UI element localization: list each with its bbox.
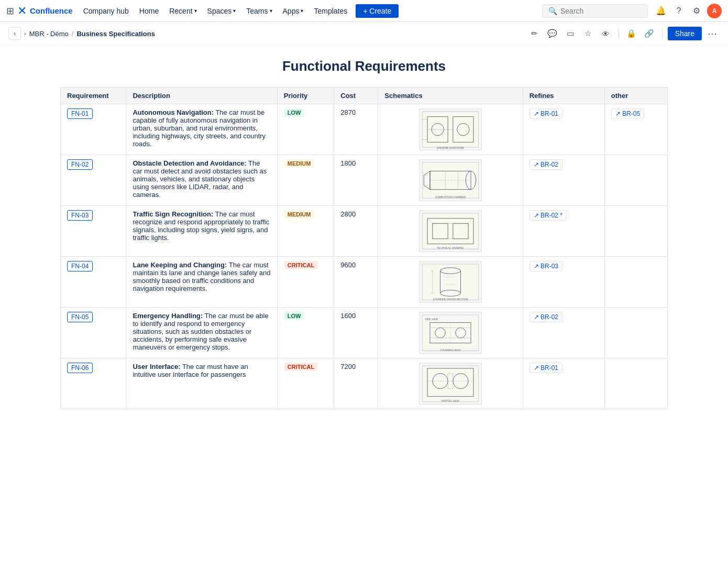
description-cell: Autonomous Navigation: The car must be c…: [126, 104, 277, 155]
req-cell: FN-03: [61, 206, 126, 257]
settings-button[interactable]: ⚙: [689, 4, 704, 18]
create-button[interactable]: + Create: [356, 4, 399, 18]
nav-company-hub[interactable]: Company hub: [79, 5, 133, 17]
table-row: FN-02Obstacle Detection and Avoidance: T…: [61, 155, 668, 206]
refines-link[interactable]: ↗ BR-02: [530, 159, 562, 170]
more-actions-button[interactable]: ⋯: [705, 26, 720, 41]
help-button[interactable]: ?: [671, 4, 686, 18]
priority-badge: LOW: [284, 108, 305, 117]
nav-spaces[interactable]: Spaces ▾: [203, 5, 240, 17]
cost-cell: 9600: [334, 257, 378, 308]
share-button[interactable]: Share: [668, 27, 702, 40]
priority-cell: MEDIUM: [277, 206, 334, 257]
req-cell: FN-04: [61, 257, 126, 308]
requirements-table: Requirement Description Priority Cost Sc…: [60, 87, 668, 409]
main-content: Functional Requirements Requirement Desc…: [39, 46, 689, 430]
breadcrumb-space[interactable]: MBR - Démo: [29, 30, 69, 38]
requirement-badge[interactable]: FN-01: [67, 108, 93, 119]
schematic-diagram[interactable]: ENGINE DIAGRAM: [419, 108, 482, 150]
description-cell: User Interface: The car must have an int…: [126, 358, 277, 409]
comment-button[interactable]: 💬: [545, 26, 560, 41]
svg-text:SIDE VIEW: SIDE VIEW: [425, 318, 438, 321]
search-input[interactable]: [560, 7, 642, 15]
description-cell: Obstacle Detection and Avoidance: The ca…: [126, 155, 277, 206]
lock-button[interactable]: 🔒: [624, 26, 639, 41]
refines-cell: ↗ BR-01: [523, 104, 604, 155]
req-cell: FN-02: [61, 155, 126, 206]
table-row: FN-06User Interface: The car must have a…: [61, 358, 668, 409]
priority-cell: CRITICAL: [277, 257, 334, 308]
breadcrumb-expand[interactable]: ›: [24, 30, 26, 37]
cost-cell: 1800: [334, 155, 378, 206]
nav-home[interactable]: Home: [135, 5, 163, 17]
avatar[interactable]: A: [707, 4, 722, 18]
nav-templates[interactable]: Templates: [310, 5, 351, 17]
table-row: FN-05Emergency Handling: The car must be…: [61, 308, 668, 358]
requirement-badge[interactable]: FN-04: [67, 261, 93, 271]
schematic-diagram[interactable]: CYLINDER CROSS-SECTION: [419, 261, 482, 303]
copy-link-button[interactable]: 🔗: [642, 26, 657, 41]
description-cell: Traffic Sign Recognition: The car must r…: [126, 206, 277, 257]
star-button[interactable]: ☆: [581, 26, 595, 41]
priority-badge: CRITICAL: [284, 363, 318, 371]
cost-cell: 2870: [334, 104, 378, 155]
confluence-x-icon: ✕: [17, 4, 27, 18]
topnav: ⊞ ✕ Confluence Company hub Home Recent ▾…: [0, 0, 728, 22]
search-icon: 🔍: [548, 7, 557, 15]
refines-link[interactable]: ↗ BR-02: [530, 312, 562, 322]
refines-cell: ↗ BR-03: [523, 257, 604, 308]
sidebar-toggle[interactable]: ‹: [8, 27, 21, 40]
notifications-button[interactable]: 🔔: [654, 4, 668, 18]
desc-title: Autonomous Navigation:: [133, 108, 214, 116]
schematics-cell: SIDE VIEW CYLINDER HEAD: [378, 308, 523, 358]
schematic-diagram[interactable]: SIDE VIEW CYLINDER HEAD: [419, 312, 482, 354]
cost-cell: 7200: [334, 358, 378, 409]
refines-link[interactable]: ↗ BR-01: [530, 108, 562, 119]
edit-button[interactable]: ✏: [527, 26, 542, 41]
chevron-down-icon: ▾: [301, 8, 303, 14]
col-header-priority: Priority: [277, 88, 334, 104]
schematic-diagram[interactable]: COMBUSTION CHAMBER: [419, 159, 482, 201]
col-header-description: Description: [126, 88, 277, 104]
other-link[interactable]: ↗ BR-05: [611, 108, 644, 119]
schematics-cell: PARTIAL VIEW: [378, 358, 523, 409]
requirement-badge[interactable]: FN-03: [67, 210, 93, 221]
priority-badge: MEDIUM: [284, 210, 315, 219]
svg-text:CYLINDER CROSS-SECTION: CYLINDER CROSS-SECTION: [433, 298, 468, 301]
priority-badge: CRITICAL: [284, 261, 318, 269]
refines-link[interactable]: ↗ BR-02 *: [530, 210, 567, 221]
other-cell: [604, 206, 667, 257]
schematic-diagram[interactable]: TECHNICAL DRAWING: [419, 210, 482, 252]
other-cell: [604, 155, 667, 206]
table-body: FN-01Autonomous Navigation: The car must…: [61, 104, 668, 409]
svg-text:CYLINDER HEAD: CYLINDER HEAD: [440, 349, 461, 352]
present-button[interactable]: ▭: [563, 26, 578, 41]
breadcrumb-separator: /: [72, 30, 74, 38]
refines-link[interactable]: ↗ BR-01: [530, 363, 562, 373]
watch-button[interactable]: 👁: [599, 26, 613, 41]
nav-teams[interactable]: Teams ▾: [242, 5, 276, 17]
search-box[interactable]: 🔍: [543, 4, 647, 18]
refines-link[interactable]: ↗ BR-03: [530, 261, 562, 271]
breadcrumb: ‹ › MBR - Démo / Business Specifications: [8, 27, 155, 40]
priority-cell: CRITICAL: [277, 358, 334, 409]
priority-cell: LOW: [277, 308, 334, 358]
schematic-diagram[interactable]: PARTIAL VIEW: [419, 363, 482, 405]
breadcrumb-bar: ‹ › MBR - Démo / Business Specifications…: [0, 22, 728, 46]
nav-recent[interactable]: Recent ▾: [165, 5, 201, 17]
requirement-badge[interactable]: FN-02: [67, 159, 93, 170]
refines-cell: ↗ BR-01: [523, 358, 604, 409]
requirement-badge[interactable]: FN-06: [67, 363, 93, 373]
schematics-cell: TECHNICAL DRAWING: [378, 206, 523, 257]
requirement-badge[interactable]: FN-05: [67, 312, 93, 322]
col-header-other: other: [604, 88, 667, 104]
page-title: Functional Requirements: [60, 58, 668, 74]
nav-apps[interactable]: Apps ▾: [279, 5, 308, 17]
description-cell: Emergency Handling: The car must be able…: [126, 308, 277, 358]
svg-text:COMBUSTION CHAMBER: COMBUSTION CHAMBER: [435, 196, 466, 199]
priority-cell: LOW: [277, 104, 334, 155]
svg-text:PARTIAL VIEW: PARTIAL VIEW: [442, 400, 459, 402]
table-header: Requirement Description Priority Cost Sc…: [61, 88, 668, 104]
confluence-logo[interactable]: ⊞ ✕ Confluence: [6, 4, 73, 18]
table-row: FN-03Traffic Sign Recognition: The car m…: [61, 206, 668, 257]
